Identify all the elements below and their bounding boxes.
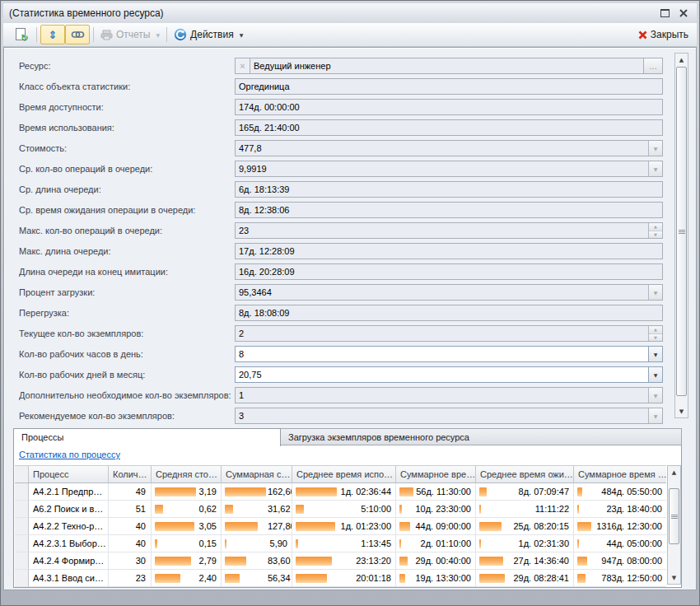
scrollbar-thumb[interactable] bbox=[669, 488, 679, 544]
dropdown-button[interactable]: ▼ bbox=[648, 367, 662, 382]
additional-instances-field[interactable]: 1 ▼ bbox=[235, 387, 663, 403]
cell-sum-use-time: 19д. 13:30:00 bbox=[396, 570, 476, 587]
value-bar bbox=[225, 505, 233, 514]
cell-sum-use-time: 2д. 01:10:00 bbox=[396, 535, 476, 552]
column-header-sum-use-time[interactable]: Суммарное вре… bbox=[396, 466, 476, 483]
dropdown-button[interactable]: ▼ bbox=[648, 408, 662, 423]
avg-queue-length-field[interactable]: 6д. 18:13:39 bbox=[235, 181, 663, 198]
form-scrollbar[interactable]: ▲ ▼ bbox=[674, 53, 688, 418]
table-row[interactable]: А4.2.2 Техно-р… 40 3,05 127,80 1д. 01:23… bbox=[15, 518, 666, 535]
spin-down-icon[interactable]: ▼ bbox=[649, 231, 662, 239]
cell-avg-cost: 2,79 bbox=[152, 552, 222, 570]
table-scrollbar[interactable]: ▲ ▼ bbox=[667, 465, 681, 585]
work-hours-per-day-field[interactable]: 8 ▼ bbox=[235, 346, 663, 362]
max-queue-length-field[interactable]: 17д. 12:28:09 bbox=[235, 243, 663, 259]
cell-avg-wait-time: 1д. 02:31:30 bbox=[476, 535, 574, 552]
avg-wait-time-field[interactable]: 8д. 12:38:06 bbox=[235, 202, 663, 218]
red-x-icon bbox=[638, 30, 647, 40]
dropdown-button[interactable]: ▼ bbox=[648, 347, 662, 361]
row-indicator bbox=[15, 518, 29, 535]
clear-icon[interactable]: × bbox=[236, 58, 250, 73]
column-header-count[interactable]: Колич… bbox=[109, 466, 152, 483]
load-percent-field[interactable]: 95,3464 ▼ bbox=[235, 284, 663, 301]
field-label: Рекомендуемое кол-во экземпляров: bbox=[19, 411, 235, 421]
spin-up-icon[interactable]: ▲ bbox=[649, 223, 662, 231]
cell-count: 23 bbox=[109, 570, 152, 587]
dropdown-button[interactable]: ▼ bbox=[648, 388, 662, 403]
cell-avg-wait-time: 25д. 08:20:15 bbox=[476, 518, 574, 535]
field-value: 174д. 00:00:00 bbox=[236, 100, 662, 114]
field-label: Дополнительно необходимое кол-во экземпл… bbox=[19, 390, 235, 400]
current-instances-field[interactable]: 2 ▲▼ bbox=[235, 325, 663, 342]
cell-avg-wait-time: 8д. 07:09:47 bbox=[476, 483, 574, 501]
value-bar bbox=[479, 522, 502, 531]
dropdown-button[interactable]: ▼ bbox=[648, 285, 662, 300]
table-row[interactable]: А4.2.1 Предпр… 49 3,19 162,66 1д. 02:36:… bbox=[15, 483, 666, 501]
table-row[interactable]: А4.2.4 Формир… 30 2,79 83,60 23:13:20 29… bbox=[15, 552, 666, 570]
usage-time-field[interactable]: 165д. 21:40:00 bbox=[235, 119, 663, 136]
spinner[interactable]: ▲▼ bbox=[648, 326, 662, 341]
cell-sum-wait-time: 44д. 05:00:00 bbox=[574, 535, 666, 552]
queue-length-at-end-field[interactable]: 16д. 20:28:09 bbox=[235, 263, 663, 280]
table-row[interactable]: А6.2 Поиск и в… 51 0,62 31,62 5:10:00 10… bbox=[15, 501, 666, 518]
recommended-instances-field[interactable]: 3 ▼ bbox=[235, 408, 663, 424]
close-window-button[interactable]: Закрыть bbox=[635, 25, 692, 44]
column-header-avg-cost[interactable]: Средняя сто… bbox=[152, 466, 222, 483]
stat-class-field[interactable]: Оргединица bbox=[235, 78, 663, 95]
form-row: Рекомендуемое кол-во экземпляров: 3 ▼ bbox=[19, 408, 663, 424]
cost-field[interactable]: 477,8 ▼ bbox=[235, 140, 663, 156]
spinner[interactable]: ▲▼ bbox=[648, 223, 662, 238]
cell-count: 51 bbox=[109, 501, 152, 518]
avg-ops-in-queue-field[interactable]: 9,9919 ▼ bbox=[235, 161, 663, 177]
close-icon[interactable] bbox=[679, 9, 688, 17]
process-statistics-link[interactable]: Статистика по процессу bbox=[19, 450, 120, 459]
resource-field[interactable]: × Ведущий инженер … bbox=[235, 58, 663, 74]
refresh-button[interactable]: ↻ bbox=[8, 25, 33, 44]
availability-time-field[interactable]: 174д. 00:00:00 bbox=[235, 99, 663, 115]
spin-down-icon[interactable]: ▼ bbox=[649, 334, 662, 342]
field-value: 1 bbox=[236, 388, 648, 403]
close-label: Закрыть bbox=[651, 29, 688, 40]
column-header-sum-cost[interactable]: Суммарная с… bbox=[222, 466, 292, 483]
tab-resource-instances-load[interactable]: Загрузка экземпляров временного ресурса bbox=[281, 428, 682, 445]
fit-height-button[interactable]: ⇕ bbox=[40, 25, 65, 44]
value-bar bbox=[155, 574, 180, 583]
spin-up-icon[interactable]: ▲ bbox=[649, 326, 662, 334]
value-bar bbox=[577, 557, 587, 566]
scroll-down-icon[interactable]: ▼ bbox=[668, 571, 680, 584]
table-row[interactable]: А4.2.3.1 Выбор… 40 0,15 5,90 1:13:45 2д.… bbox=[15, 535, 666, 552]
cell-process: А4.2.3.1 Выбор… bbox=[29, 535, 109, 552]
column-header-avg-wait-time[interactable]: Среднее время ожи… bbox=[476, 466, 574, 483]
scrollbar-thumb[interactable] bbox=[676, 67, 687, 396]
toolbar-separator bbox=[36, 27, 37, 42]
dropdown-button[interactable]: ▼ bbox=[648, 141, 662, 156]
scroll-up-icon[interactable]: ▲ bbox=[668, 466, 680, 478]
ellipsis-button[interactable]: … bbox=[643, 58, 662, 73]
cell-sum-wait-time: 23д. 18:40:00 bbox=[574, 501, 666, 518]
overload-field[interactable]: 8д. 18:08:09 bbox=[235, 305, 663, 321]
form-row: Перегрузка: 8д. 18:08:09 bbox=[19, 305, 663, 321]
max-ops-in-queue-field[interactable]: 23 ▲▼ bbox=[235, 222, 663, 239]
scroll-up-icon[interactable]: ▲ bbox=[675, 54, 688, 66]
column-header-process[interactable]: Процесс bbox=[29, 466, 109, 483]
reports-button[interactable]: Отчеты ▼ bbox=[97, 25, 163, 44]
work-days-per-month-field[interactable]: 20,75 ▼ bbox=[235, 366, 663, 383]
link-button[interactable] bbox=[65, 25, 90, 44]
field-value: 8 bbox=[236, 347, 648, 361]
field-label: Кол-во рабочих часов в день: bbox=[19, 349, 235, 359]
maximize-icon[interactable] bbox=[660, 9, 670, 17]
cell-sum-cost: 56,34 bbox=[222, 570, 292, 587]
form-row: Время использования: 165д. 21:40:00 bbox=[19, 119, 663, 136]
statistics-form: Ресурс: × Ведущий инженер … Класс объект… bbox=[4, 48, 696, 423]
cell-sum-use-time: 10д. 23:30:00 bbox=[396, 501, 476, 518]
value-bar bbox=[399, 574, 405, 583]
scroll-down-icon[interactable]: ▼ bbox=[675, 405, 688, 417]
dropdown-button[interactable]: ▼ bbox=[648, 161, 662, 176]
column-header-avg-use-time[interactable]: Среднее время испо… bbox=[292, 466, 396, 483]
form-row: Ср. длина очереди: 6д. 18:13:39 bbox=[19, 181, 663, 198]
column-header-sum-wait-time[interactable]: Суммарное время … bbox=[574, 466, 666, 483]
table-row[interactable]: А4.3.1 Ввод си… 23 2,40 56,34 20:01:18 1… bbox=[15, 570, 666, 587]
cell-avg-use-time: 1д. 01:23:00 bbox=[292, 518, 396, 535]
tab-processes[interactable]: Процессы bbox=[13, 428, 281, 446]
actions-button[interactable]: Действия ▼ bbox=[170, 25, 246, 44]
